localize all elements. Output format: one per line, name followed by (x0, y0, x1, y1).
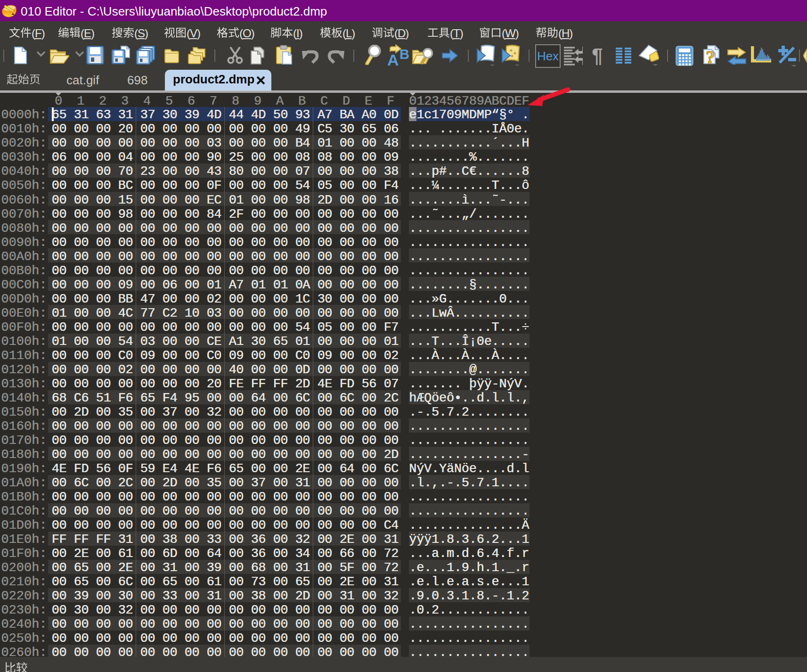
svg-text:?: ? (706, 47, 715, 66)
svg-text:A: A (387, 51, 399, 67)
svg-text:B: B (399, 47, 409, 62)
